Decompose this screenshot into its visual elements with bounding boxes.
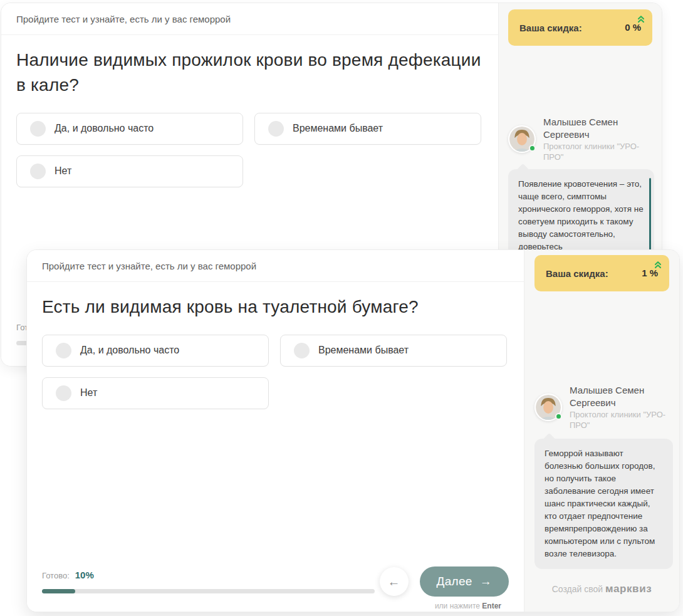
answer-option[interactable]: Да, и довольно часто [16, 113, 243, 145]
avatar [534, 394, 562, 421]
next-button-label: Далее [437, 575, 472, 588]
quiz-title-bar: Пройдите тест и узнайте, есть ли у вас г… [27, 250, 524, 282]
discount-badge: Ваша скидка: 1 % [534, 255, 669, 291]
radio-icon[interactable] [56, 385, 71, 401]
answer-option-label: Временами бывает [318, 345, 409, 356]
enter-hint: или нажмите Enter [435, 602, 509, 610]
discount-value-wrap: 1 % [642, 268, 658, 279]
expert-role: Проктолог клиники "УРО-ПРО" [543, 142, 652, 163]
back-button[interactable]: ← [380, 567, 409, 596]
discount-value-wrap: 0 % [625, 22, 641, 33]
answer-option-label: Нет [55, 165, 71, 177]
progress-percent: 10% [75, 570, 94, 580]
radio-icon[interactable] [30, 164, 46, 179]
arrow-left-icon: ← [388, 575, 400, 589]
expert-role: Проктолог клиники "УРО-ПРО" [570, 410, 669, 431]
quiz-window-front: Пройдите тест и узнайте, есть ли у вас г… [26, 249, 680, 612]
avatar [508, 125, 536, 153]
navigation: ← Далее→ или нажмите Enter [380, 566, 509, 610]
answer-option-label: Да, и довольно часто [80, 345, 179, 356]
arrow-right-icon: → [480, 575, 492, 588]
expert-message-bubble: Появление кровотечения – это, чаще всего… [508, 169, 654, 262]
expert-name: Малышев Семен Сергеевич [570, 384, 669, 409]
progress-bar [42, 589, 375, 593]
expert-info: Малышев Семен Сергеевич Проктолог клиник… [543, 116, 652, 163]
expert-message-text: Геморрой называют болезнью больших город… [545, 449, 655, 558]
message-scrollbar[interactable] [649, 178, 651, 253]
answer-option-label: Временами бывает [293, 123, 383, 134]
discount-up-chevrons-icon [637, 14, 645, 26]
question-text: Есть ли видимая кровь на туалетной бумаг… [42, 295, 509, 320]
progress-done-label: Готово: [42, 571, 70, 580]
expert-message-bubble: Геморрой называют болезнью больших город… [534, 439, 673, 569]
marquiz-branding-link[interactable]: Создай свой марквиз [524, 583, 679, 595]
discount-badge: Ваша скидка: 0 % [508, 9, 652, 46]
expert-card: Малышев Семен Сергеевич Проктолог клиник… [499, 116, 662, 163]
enter-key-label: Enter [482, 602, 501, 610]
quiz-sidebar: Ваша скидка: 1 % Малышев Семен Сергееви [524, 250, 679, 612]
discount-label: Ваша скидка: [546, 268, 608, 279]
answer-option[interactable]: Нет [42, 377, 269, 409]
expert-card: Малышев Семен Сергеевич Проктолог клиник… [524, 384, 679, 431]
progress-caption: Готово:10% [42, 570, 375, 580]
quiz-main-panel: Пройдите тест и узнайте, есть ли у вас г… [27, 250, 524, 612]
expert-message-text: Появление кровотечения – это, чаще всего… [518, 179, 644, 251]
branding-prefix: Создай свой [552, 584, 603, 594]
progress-block: Готово:10% [42, 566, 375, 593]
discount-up-chevrons-icon [654, 260, 662, 272]
expert-name: Малышев Семен Сергеевич [543, 116, 652, 140]
answer-option-label: Нет [80, 387, 97, 399]
question-text: Наличие видимых прожилок крови во время … [16, 48, 483, 98]
radio-icon[interactable] [268, 121, 284, 137]
progress-bar-fill [42, 589, 75, 593]
radio-icon[interactable] [294, 343, 310, 358]
expert-info: Малышев Семен Сергеевич Проктолог клиник… [570, 384, 669, 431]
online-status-dot [555, 413, 562, 420]
answer-options: Да, и довольно часто Временами бывает Не… [27, 335, 524, 409]
answer-options: Да, и довольно часто Временами бывает Не… [1, 113, 498, 187]
quiz-title-bar: Пройдите тест и узнайте, есть ли у вас г… [1, 3, 498, 35]
radio-icon[interactable] [30, 121, 46, 137]
enter-hint-prefix: или нажмите [435, 602, 480, 610]
answer-option-label: Да, и довольно часто [55, 123, 154, 134]
answer-option[interactable]: Временами бывает [254, 113, 481, 145]
online-status-dot [529, 145, 536, 152]
answer-option[interactable]: Да, и довольно часто [42, 335, 269, 367]
answer-option[interactable]: Временами бывает [280, 335, 507, 367]
next-button[interactable]: Далее→ [420, 566, 509, 597]
answer-option[interactable]: Нет [16, 155, 243, 187]
branding-brand-name: марквиз [605, 583, 652, 595]
radio-icon[interactable] [56, 343, 71, 358]
quiz-footer: Готово:10% ← Далее→ или нажмите Enter [42, 566, 509, 610]
discount-label: Ваша скидка: [519, 23, 582, 33]
